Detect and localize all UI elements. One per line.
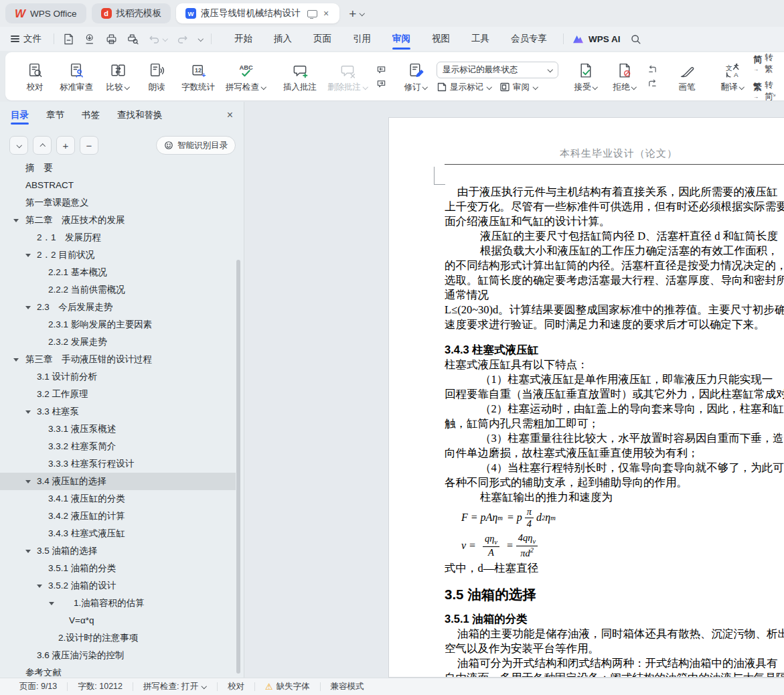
menu-tab[interactable]: 引用 [342,27,382,51]
toc-item[interactable]: 3.3.2 柱塞泵简介 [0,438,236,455]
toc-item[interactable]: 第二章 液压技术的发展 [0,212,236,229]
sidebar-tab[interactable]: 目录 [11,104,29,127]
toc-item[interactable]: 3.4.1 液压缸的分类 [0,490,236,508]
word-count-indicator[interactable]: 字数: 10212 [68,681,133,692]
menu-tab[interactable]: 会员专享 [500,27,558,51]
presentation-mode-icon[interactable] [307,10,317,17]
toc-item[interactable]: 3.4 液压缸的选择 [0,473,236,490]
tab-docer-templates[interactable]: d 找稻壳模板 [92,3,171,23]
toc-item[interactable]: 3.5.2 油箱的设计 [0,577,236,595]
proofread-button[interactable]: 校对 [17,60,53,94]
word-count-button[interactable]: 12+ 字数统计 [177,60,219,94]
collapse-arrow-icon[interactable] [13,219,19,225]
collapse-arrow-icon[interactable] [13,358,19,364]
toc-item[interactable]: 3.3.1 液压泵概述 [0,420,236,438]
sidebar-scrollbar[interactable] [236,260,240,674]
translate-button[interactable]: 文A 翻译 [714,60,751,94]
search-icon[interactable] [630,33,641,45]
new-tab-button[interactable]: + [349,7,356,20]
menu-tab[interactable]: 开始 [224,27,263,51]
print-icon[interactable] [105,33,118,46]
toc-item[interactable]: 3.3.3 柱塞泵行程设计 [0,455,236,473]
previous-comment-icon[interactable] [376,65,386,75]
save-icon[interactable] [62,33,75,46]
toc-item[interactable]: 参考文献 [0,664,236,676]
menu-tab[interactable]: 页面 [303,27,342,51]
toc-item[interactable]: 第三章 手动液压钳的设计过程 [0,351,236,368]
toc-item[interactable]: V=α*q [0,612,236,629]
read-aloud-button[interactable]: 朗读 [139,60,175,94]
toc-item[interactable]: 3.5 油箱的选择 [0,542,236,560]
review-pane-button[interactable]: 审阅 [499,82,538,93]
toc-item[interactable]: 3.3 柱塞泵 [0,403,236,420]
traditional-to-simplified-button[interactable]: 繁→ 转简 [753,80,773,102]
collapse-arrow-icon[interactable] [37,585,42,591]
wps-ai-button[interactable]: WPS AI [572,34,621,44]
toc-item[interactable]: 2．1 发展历程 [0,229,236,246]
next-comment-icon[interactable] [376,79,386,89]
track-changes-button[interactable]: 修订 [398,60,434,94]
file-menu-button[interactable]: 文件 [0,33,48,45]
dialog-launcher-icon[interactable]: ↘ [771,90,776,98]
spell-check-button[interactable]: ABC 拼写检查 [222,60,270,94]
spell-check-status[interactable]: 拼写检查: 打开 [133,681,217,692]
toc-expand-button[interactable] [9,136,28,155]
toc-zoom-in-button[interactable]: + [56,136,75,155]
tab-document[interactable]: W 液压导线钳机械结构设计 说明 × [176,3,339,23]
menu-tab[interactable]: 视图 [421,27,461,51]
document-page[interactable]: 本科生毕业设计（论文） 由于液压执行元件与主机结构有着直接关系，因此所需要的液压… [388,117,784,678]
reject-revision-button[interactable]: 拒绝 [607,60,643,94]
smart-toc-button[interactable]: 智能识别目录 [156,136,236,155]
page-indicator[interactable]: 页面: 9/13 [9,681,67,692]
close-tab-icon[interactable]: × [322,8,330,19]
tab-wps-home[interactable]: W WPS Office [5,3,86,23]
toc-item[interactable]: 2.2.2 当前供需概况 [0,281,236,299]
toc-item[interactable]: ABSTRACT [0,177,236,194]
markup-state-combobox[interactable]: 显示标记的最终状态 [437,62,558,78]
toc-item[interactable]: 2.3.1 影响发展的主要因素 [0,316,236,333]
sidebar-tab[interactable]: 书签 [82,104,100,127]
sidebar-tab[interactable]: 查找和替换 [117,104,163,127]
simplified-to-traditional-button[interactable]: 简→ 转繁 [753,52,773,75]
toc-item[interactable]: 2．2 目前状况 [0,246,236,264]
print-preview-icon[interactable] [127,33,139,46]
export-pdf-icon[interactable] [84,33,96,46]
collapse-arrow-icon[interactable] [25,410,31,416]
collapse-arrow-icon[interactable] [25,550,31,556]
quick-access-more-icon[interactable] [198,36,203,42]
toc-collapse-button[interactable] [33,136,52,155]
toc-item[interactable]: 摘 要 [0,159,236,177]
collapse-arrow-icon[interactable] [25,254,31,260]
toc-item[interactable]: 1.油箱容积的估算 [0,595,236,612]
toc-item[interactable]: 2.设计时的注意事项 [0,629,236,647]
toc-item[interactable]: 3.5.1 油箱的分类 [0,560,236,577]
collapse-arrow-icon[interactable] [25,306,31,312]
accept-revision-button[interactable]: 接受 [568,60,604,94]
previous-change-icon[interactable] [647,65,657,75]
show-markup-button[interactable]: 显示标记 [437,82,491,93]
toc-item[interactable]: 3.4.2 液压缸的计算 [0,508,236,525]
compare-button[interactable]: 比较 [100,60,136,94]
toc-item[interactable]: 3.2 工作原理 [0,386,236,403]
sidebar-tab[interactable]: 章节 [46,104,64,127]
toc-item[interactable]: 3.4.3 柱塞式液压缸 [0,525,236,542]
collapse-arrow-icon[interactable] [25,480,31,486]
tab-list-chevron-icon[interactable] [359,11,364,16]
collapse-arrow-icon[interactable] [49,602,54,608]
toc-item[interactable]: 3.6 液压油污染的控制 [0,647,236,664]
missing-font-warning[interactable]: ⚠缺失字体 [255,681,320,692]
standard-review-button[interactable]: 标准审查 [56,60,97,94]
document-body[interactable]: 由于液压执行元件与主机结构有着直接关系，因此所需要的液压缸上千变万化。尽管有一些… [445,185,784,678]
toc-item[interactable]: 3.1 设计前分析 [0,368,236,386]
ink-pen-button[interactable]: 画笔 [669,60,705,94]
menu-tab[interactable]: 工具 [461,27,500,51]
menu-tab[interactable]: 插入 [263,27,303,51]
menu-tab[interactable]: 审阅 [382,27,421,51]
toc-item[interactable]: 2.3 今后发展走势 [0,299,236,316]
toc-zoom-out-button[interactable]: − [80,136,98,155]
toc-item[interactable]: 2.2.1 基本概况 [0,264,236,281]
insert-comment-button[interactable]: 插入批注 [279,60,321,94]
next-change-icon[interactable] [647,79,657,89]
toc-item[interactable]: 第一章课题意义 [0,194,236,212]
proofread-status[interactable]: 校对 [218,681,254,692]
